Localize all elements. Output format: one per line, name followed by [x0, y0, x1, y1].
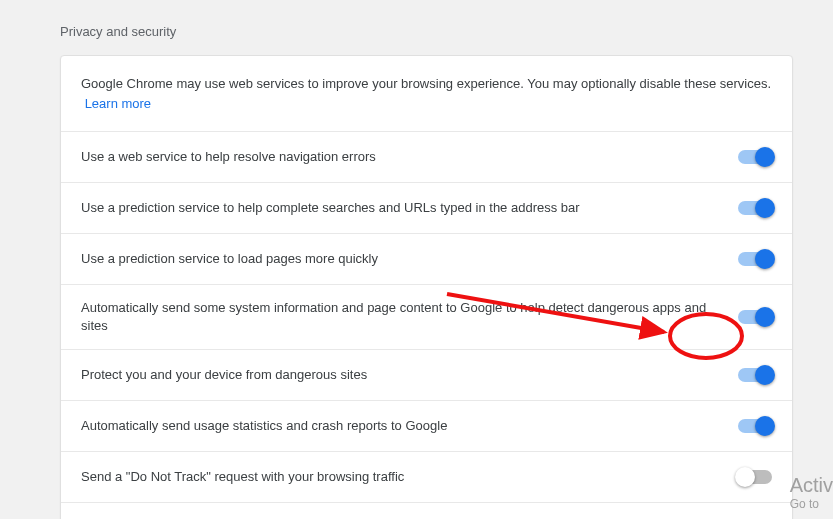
setting-label: Automatically send some system informati… — [81, 299, 718, 335]
setting-label: Use a prediction service to load pages m… — [81, 250, 718, 268]
setting-text: Use a prediction service to help complet… — [81, 199, 738, 217]
setting-row: Use a web service to help resolve naviga… — [61, 132, 792, 183]
intro-text: Google Chrome may use web services to im… — [61, 56, 792, 132]
toggle-thumb — [755, 307, 775, 327]
toggle-thumb — [755, 249, 775, 269]
setting-text: Send a "Do Not Track" request with your … — [81, 468, 738, 486]
setting-text: Automatically send some system informati… — [81, 299, 738, 335]
setting-toggle[interactable] — [738, 368, 772, 382]
setting-toggle[interactable] — [738, 470, 772, 484]
watermark-line2: Go to — [790, 497, 833, 511]
setting-label: Automatically send usage statistics and … — [81, 417, 718, 435]
toggle-thumb — [735, 467, 755, 487]
os-watermark: Activ Go to — [790, 474, 833, 511]
setting-label: Send a "Do Not Track" request with your … — [81, 468, 718, 486]
settings-card: Google Chrome may use web services to im… — [60, 55, 793, 519]
setting-toggle[interactable] — [738, 310, 772, 324]
setting-label: Protect you and your device from dangero… — [81, 366, 718, 384]
toggle-thumb — [755, 198, 775, 218]
setting-row: Send a "Do Not Track" request with your … — [61, 452, 792, 503]
watermark-line1: Activ — [790, 474, 833, 497]
setting-row: Use a prediction service to help complet… — [61, 183, 792, 234]
setting-text: Automatically send usage statistics and … — [81, 417, 738, 435]
setting-row: Use a prediction service to load pages m… — [61, 234, 792, 285]
setting-text: Use a prediction service to load pages m… — [81, 250, 738, 268]
setting-row: Automatically send usage statistics and … — [61, 401, 792, 452]
setting-toggle[interactable] — [738, 201, 772, 215]
toggle-thumb — [755, 147, 775, 167]
setting-toggle[interactable] — [738, 150, 772, 164]
section-title: Privacy and security — [0, 0, 833, 55]
setting-text: Use a web service to help resolve naviga… — [81, 148, 738, 166]
setting-row: Automatically send some system informati… — [61, 285, 792, 350]
setting-row: Use a web service to help resolve spelli… — [61, 503, 792, 519]
toggle-thumb — [755, 416, 775, 436]
setting-row: Protect you and your device from dangero… — [61, 350, 792, 401]
setting-label: Use a web service to help resolve naviga… — [81, 148, 718, 166]
setting-text: Protect you and your device from dangero… — [81, 366, 738, 384]
intro-body: Google Chrome may use web services to im… — [81, 76, 771, 91]
learn-more-link[interactable]: Learn more — [85, 96, 151, 111]
setting-toggle[interactable] — [738, 419, 772, 433]
toggle-thumb — [755, 365, 775, 385]
setting-label: Use a prediction service to help complet… — [81, 199, 718, 217]
setting-toggle[interactable] — [738, 252, 772, 266]
